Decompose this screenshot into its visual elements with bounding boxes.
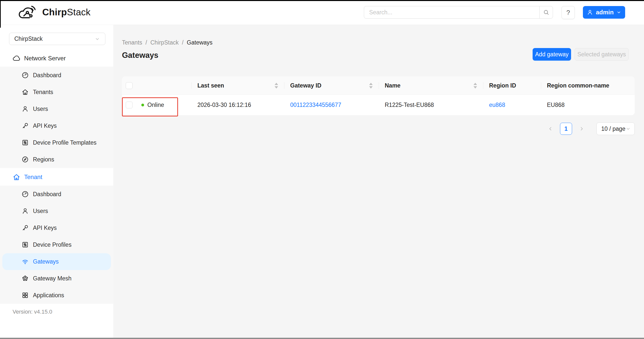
sidebar-item-tenant-users[interactable]: Users xyxy=(2,203,111,220)
breadcrumb-separator: / xyxy=(146,39,147,46)
status-cell: Online xyxy=(137,95,191,115)
breadcrumb-current: Gateways xyxy=(187,39,212,46)
sidebar-item-tenants[interactable]: Tenants xyxy=(2,84,111,101)
name-column-header[interactable]: Name xyxy=(379,76,483,95)
table-row: Online 2026-03-30 16:12:16 0011223344556… xyxy=(122,95,635,115)
breadcrumb-tenants[interactable]: Tenants xyxy=(122,39,142,46)
user-icon xyxy=(21,207,29,215)
gateway-id-link[interactable]: 0011223344556677 xyxy=(290,102,341,108)
version-label: Version: v4.15.0 xyxy=(13,309,52,315)
device-profile-icon xyxy=(21,241,29,248)
user-name-label: admin xyxy=(596,9,614,16)
search-button[interactable] xyxy=(539,6,553,18)
sidebar-item-device-profile-templates[interactable]: Device Profile Templates xyxy=(2,134,111,151)
grid-icon xyxy=(21,291,29,299)
sort-icon xyxy=(275,83,278,89)
breadcrumb: Tenants / ChirpStack / Gateways xyxy=(122,39,212,46)
page-size-select[interactable]: 10 / page xyxy=(596,122,635,135)
region-id-cell: eu868 xyxy=(483,95,541,115)
chevron-down-icon xyxy=(616,10,621,15)
global-search xyxy=(364,6,553,19)
sidebar-item-ns-users[interactable]: Users xyxy=(2,101,111,117)
breadcrumb-chirpstack[interactable]: ChirpStack xyxy=(150,39,179,46)
sidebar-item-label: Dashboard xyxy=(33,191,61,198)
user-menu-button[interactable]: admin xyxy=(583,6,625,19)
brand-name: ChirpStack xyxy=(42,7,91,18)
sidebar-item-label: Dashboard xyxy=(33,72,61,79)
row-select-cell xyxy=(122,95,137,115)
sidebar-item-tenant-api-keys[interactable]: API Keys xyxy=(2,220,111,236)
dashboard-icon xyxy=(21,71,29,79)
sidebar-item-gateway-mesh[interactable]: Gateway Mesh xyxy=(2,270,111,287)
sort-icon xyxy=(369,83,373,89)
region-common-name-column-header: Region common-name xyxy=(541,76,635,95)
sidebar-item-label: Gateways xyxy=(33,258,59,265)
sidebar-item-device-profiles[interactable]: Device Profiles xyxy=(2,236,111,253)
sidebar-item-label: Users xyxy=(33,208,48,215)
mesh-icon xyxy=(21,275,29,282)
sidebar-item-applications[interactable]: Applications xyxy=(2,287,111,304)
status-badge: Online xyxy=(147,102,164,108)
wifi-icon xyxy=(21,258,29,265)
sidebar-section-label: Tenant xyxy=(24,174,42,181)
sidebar-item-tenant-dashboard[interactable]: Dashboard xyxy=(2,186,111,203)
screenshot-top-edge xyxy=(0,0,644,1)
pagination: 1 10 / page xyxy=(547,122,635,135)
online-status-dot-icon xyxy=(141,104,144,106)
chevron-down-icon xyxy=(625,126,631,132)
key-icon xyxy=(21,122,29,130)
next-page-button[interactable] xyxy=(578,126,585,132)
previous-page-button[interactable] xyxy=(547,126,554,132)
help-button[interactable]: ? xyxy=(562,6,575,19)
chirpstack-logo[interactable]: ChirpStack xyxy=(18,0,91,25)
region-common-name-cell: EU868 xyxy=(541,95,635,115)
sidebar-item-gateways[interactable]: Gateways xyxy=(2,253,111,270)
sidebar-section-network-server[interactable]: Network Server xyxy=(0,50,113,67)
key-icon xyxy=(21,224,29,232)
sidebar-item-label: Tenants xyxy=(33,89,53,96)
home-icon xyxy=(21,88,29,96)
gateways-table: Last seen Gateway ID Name Region ID Regi… xyxy=(122,76,635,115)
last-seen-column-header[interactable]: Last seen xyxy=(191,76,284,95)
sidebar-item-regions[interactable]: Regions xyxy=(2,151,111,168)
sidebar-section-tenant[interactable]: Tenant xyxy=(0,168,113,186)
column-label: Name xyxy=(385,82,401,89)
column-label: Last seen xyxy=(197,82,224,89)
chevron-down-icon xyxy=(95,36,100,42)
region-id-column-header: Region ID xyxy=(483,76,541,95)
gateway-id-cell: 0011223344556677 xyxy=(284,95,379,115)
region-id-link[interactable]: eu868 xyxy=(489,102,505,108)
gateway-id-column-header[interactable]: Gateway ID xyxy=(284,76,379,95)
top-header: ChirpStack ? admin xyxy=(0,0,644,25)
status-column-header xyxy=(137,76,191,95)
main-content: Tenants / ChirpStack / Gateways Gateways… xyxy=(114,25,644,338)
tenant-select-value: ChirpStack xyxy=(14,35,42,42)
row-checkbox[interactable] xyxy=(126,102,133,108)
select-all-checkbox[interactable] xyxy=(126,82,133,89)
add-gateway-button[interactable]: Add gateway xyxy=(533,48,571,61)
sidebar-item-label: Device Profile Templates xyxy=(33,139,97,146)
cloud-icon xyxy=(12,54,21,63)
tenant-submenu: Dashboard Users API Keys xyxy=(0,186,113,304)
selected-gateways-button[interactable]: Selected gateways xyxy=(575,48,629,61)
sidebar-item-label: API Keys xyxy=(33,122,57,129)
sidebar: ChirpStack Network Server Dashboard xyxy=(0,25,114,338)
user-icon xyxy=(21,105,29,113)
compass-icon xyxy=(21,156,29,163)
sidebar-item-ns-dashboard[interactable]: Dashboard xyxy=(2,67,111,84)
last-seen-cell: 2026-03-30 16:12:16 xyxy=(191,95,284,115)
dashboard-icon xyxy=(21,190,29,198)
sidebar-item-label: Applications xyxy=(33,292,64,299)
chirpstack-app: ChirpStack ? admin xyxy=(0,0,644,339)
sidebar-item-label: Device Profiles xyxy=(33,241,71,248)
device-profile-icon xyxy=(21,139,29,146)
search-input[interactable] xyxy=(364,6,539,18)
screenshot-bottom-edge xyxy=(0,338,644,339)
sort-icon xyxy=(474,83,477,89)
user-avatar-icon xyxy=(587,9,593,16)
chevron-left-icon xyxy=(548,126,553,132)
sidebar-item-ns-api-keys[interactable]: API Keys xyxy=(2,117,111,134)
page-number-button[interactable]: 1 xyxy=(560,123,572,135)
tenant-select-dropdown[interactable]: ChirpStack xyxy=(9,33,105,45)
page-title: Gateways xyxy=(122,51,158,60)
